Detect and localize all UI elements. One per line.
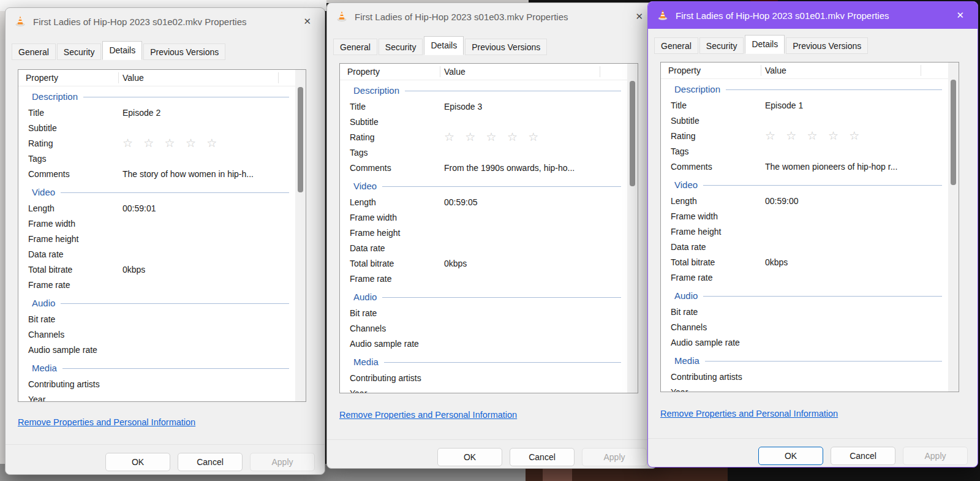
property-row[interactable]: Rating☆ ☆ ☆ ☆ ☆ bbox=[18, 135, 295, 151]
property-row[interactable]: Bit rate bbox=[18, 311, 295, 327]
property-row[interactable]: Subtitle bbox=[18, 120, 295, 135]
tab-details[interactable]: Details bbox=[424, 36, 464, 55]
section-label: Video bbox=[32, 187, 55, 197]
property-row[interactable]: Frame height bbox=[18, 231, 295, 246]
rating-stars[interactable]: ☆ ☆ ☆ ☆ ☆ bbox=[444, 131, 542, 143]
vlc-cone-icon bbox=[14, 15, 26, 28]
property-label: Tags bbox=[28, 154, 123, 164]
scrollbar[interactable] bbox=[948, 62, 959, 392]
section-divider bbox=[703, 296, 942, 297]
property-row[interactable]: CommentsFrom the 1990s onwards, hip-ho..… bbox=[340, 160, 627, 175]
tab-previous-versions[interactable]: Previous Versions bbox=[465, 39, 547, 55]
ok-button[interactable]: OK bbox=[105, 453, 170, 471]
property-row[interactable]: Rating☆ ☆ ☆ ☆ ☆ bbox=[661, 128, 948, 143]
property-label: Year bbox=[350, 388, 444, 394]
property-row[interactable]: Frame height bbox=[340, 225, 627, 240]
property-row[interactable]: Year bbox=[661, 384, 948, 392]
close-button[interactable]: ✕ bbox=[300, 15, 315, 28]
remove-properties-link[interactable]: Remove Properties and Personal Informati… bbox=[660, 409, 838, 419]
property-row[interactable]: Total bitrate0kbps bbox=[661, 254, 948, 270]
property-row[interactable]: Frame rate bbox=[18, 277, 295, 292]
property-row[interactable]: Tags bbox=[340, 145, 627, 160]
property-row[interactable]: TitleEpisode 3 bbox=[340, 99, 627, 114]
rating-stars[interactable]: ☆ ☆ ☆ ☆ ☆ bbox=[123, 137, 221, 149]
property-row[interactable]: Total bitrate0kbps bbox=[18, 262, 295, 277]
property-value: 0kbps bbox=[765, 257, 788, 267]
tab-general[interactable]: General bbox=[12, 44, 56, 60]
scrollbar-thumb[interactable] bbox=[298, 87, 303, 192]
ok-button[interactable]: OK bbox=[437, 448, 502, 466]
details-table: Property Value DescriptionTitleEpisode 2… bbox=[18, 69, 306, 402]
cancel-button[interactable]: Cancel bbox=[831, 447, 895, 465]
close-button[interactable]: ✕ bbox=[952, 9, 968, 22]
property-label: Frame width bbox=[350, 213, 444, 222]
property-row[interactable]: Data rate bbox=[18, 246, 295, 262]
remove-properties-link[interactable]: Remove Properties and Personal Informati… bbox=[18, 417, 195, 427]
property-row[interactable]: Year bbox=[340, 385, 627, 393]
property-row[interactable]: Data rate bbox=[661, 239, 948, 254]
section-label: Audio bbox=[353, 292, 377, 302]
property-row[interactable]: Audio sample rate bbox=[18, 342, 295, 357]
property-row[interactable]: Frame width bbox=[18, 216, 295, 231]
property-row[interactable]: Total bitrate0kbps bbox=[340, 256, 627, 271]
tab-details[interactable]: Details bbox=[102, 41, 142, 60]
property-row[interactable]: Subtitle bbox=[340, 114, 627, 129]
close-button[interactable]: ✕ bbox=[631, 10, 647, 23]
cancel-button[interactable]: Cancel bbox=[178, 453, 243, 471]
tab-general[interactable]: General bbox=[654, 37, 698, 54]
property-row[interactable]: Length00:59:01 bbox=[18, 200, 295, 216]
remove-properties-link[interactable]: Remove Properties and Personal Informati… bbox=[339, 410, 517, 420]
property-label: Frame width bbox=[28, 219, 123, 229]
property-row[interactable]: TitleEpisode 2 bbox=[18, 105, 295, 120]
property-row[interactable]: Audio sample rate bbox=[661, 335, 948, 350]
vlc-cone-icon bbox=[336, 10, 348, 23]
property-row[interactable]: Bit rate bbox=[340, 305, 627, 320]
property-row[interactable]: Data rate bbox=[340, 240, 627, 256]
property-row[interactable]: Tags bbox=[18, 151, 295, 166]
rating-stars[interactable]: ☆ ☆ ☆ ☆ ☆ bbox=[765, 130, 863, 142]
property-row[interactable]: Frame width bbox=[340, 210, 627, 225]
property-row[interactable]: Subtitle bbox=[661, 113, 948, 128]
property-row[interactable]: Audio sample rate bbox=[340, 336, 627, 351]
titlebar[interactable]: First Ladies of Hip-Hop 2023 s01e01.mkv … bbox=[648, 2, 978, 29]
tab-security[interactable]: Security bbox=[379, 39, 423, 55]
tab-security[interactable]: Security bbox=[699, 37, 744, 54]
tab-security[interactable]: Security bbox=[57, 44, 102, 60]
property-row[interactable]: Length00:59:05 bbox=[340, 194, 627, 210]
cancel-button[interactable]: Cancel bbox=[510, 448, 575, 466]
property-row[interactable]: Contributing artists bbox=[340, 370, 627, 385]
scrollbar-thumb[interactable] bbox=[630, 81, 635, 186]
property-row[interactable]: Length00:59:00 bbox=[661, 193, 948, 208]
property-row[interactable]: Frame height bbox=[661, 224, 948, 239]
tab-general[interactable]: General bbox=[333, 39, 377, 55]
property-row[interactable]: CommentsThe women pioneers of hip-hop r.… bbox=[661, 159, 948, 174]
scrollbar[interactable] bbox=[295, 70, 306, 401]
property-row[interactable]: Frame width bbox=[661, 208, 948, 224]
property-label: Frame height bbox=[350, 228, 444, 238]
tab-previous-versions[interactable]: Previous Versions bbox=[143, 44, 225, 60]
property-label: Tags bbox=[350, 148, 444, 157]
property-label: Data rate bbox=[350, 243, 444, 253]
property-row[interactable]: Bit rate bbox=[661, 304, 948, 319]
property-row[interactable]: CommentsThe story of how women in hip-h.… bbox=[18, 166, 295, 181]
tab-previous-versions[interactable]: Previous Versions bbox=[786, 37, 868, 54]
property-row[interactable]: Contributing artists bbox=[661, 369, 948, 384]
property-label: Frame height bbox=[671, 227, 765, 237]
property-row[interactable]: Contributing artists bbox=[18, 376, 295, 392]
property-row[interactable]: Frame rate bbox=[661, 270, 948, 285]
property-row[interactable]: Channels bbox=[661, 319, 948, 335]
titlebar[interactable]: First Ladies of Hip-Hop 2023 s01e02.mkv … bbox=[6, 8, 325, 35]
tab-details[interactable]: Details bbox=[745, 35, 785, 54]
scrollbar-thumb[interactable] bbox=[951, 80, 956, 185]
property-row[interactable]: Frame rate bbox=[340, 271, 627, 286]
ok-button[interactable]: OK bbox=[758, 447, 823, 465]
property-row[interactable]: Rating☆ ☆ ☆ ☆ ☆ bbox=[340, 129, 627, 145]
property-row[interactable]: Channels bbox=[340, 320, 627, 336]
titlebar[interactable]: First Ladies of Hip-Hop 2023 s01e03.mkv … bbox=[327, 3, 657, 30]
property-row[interactable]: Channels bbox=[18, 327, 295, 342]
property-row[interactable]: Year bbox=[18, 392, 295, 402]
scrollbar[interactable] bbox=[627, 64, 638, 393]
button-row: OKCancelApply bbox=[105, 453, 315, 471]
property-row[interactable]: Tags bbox=[661, 143, 948, 159]
property-row[interactable]: TitleEpisode 1 bbox=[661, 97, 948, 113]
